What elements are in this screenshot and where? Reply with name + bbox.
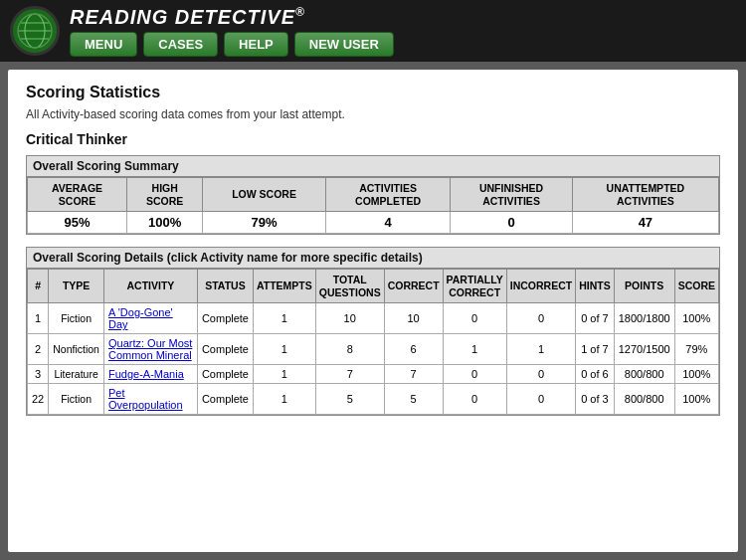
row-type: Nonfiction xyxy=(49,334,104,365)
row-hints: 0 of 6 xyxy=(576,365,615,384)
row-points: 800/800 xyxy=(614,384,674,415)
col-incorrect: INCORRECT xyxy=(506,270,575,303)
row-status: Complete xyxy=(197,303,253,334)
row-score: 79% xyxy=(674,334,718,365)
activities-completed-value: 4 xyxy=(325,212,450,234)
app-header: READING DETECTIVE® MENU CASES HELP NEW U… xyxy=(0,0,746,62)
row-activity-link[interactable]: A 'Dog-Gone' Day xyxy=(103,303,197,334)
col-score: SCORE xyxy=(674,270,718,303)
row-score: 100% xyxy=(674,365,718,384)
table-row: 2 Nonfiction Quartz: Our Most Common Min… xyxy=(28,334,719,365)
col-activities-completed: ACTIVITIESCOMPLETED xyxy=(325,178,450,212)
header-right: READING DETECTIVE® MENU CASES HELP NEW U… xyxy=(70,5,394,58)
row-partial: 0 xyxy=(443,365,506,384)
row-incorrect: 0 xyxy=(506,303,575,334)
cases-button[interactable]: CASES xyxy=(143,32,218,57)
page-subtitle: All Activity-based scoring data comes fr… xyxy=(26,107,720,121)
col-low-score: LOW SCORE xyxy=(203,178,325,212)
row-correct: 6 xyxy=(384,334,443,365)
row-activity-link[interactable]: Quartz: Our Most Common Mineral xyxy=(103,334,197,365)
row-activity-link[interactable]: Pet Overpopulation xyxy=(103,384,197,415)
row-attempts: 1 xyxy=(253,365,315,384)
row-points: 1270/1500 xyxy=(614,334,674,365)
high-score-value: 100% xyxy=(127,212,203,234)
row-total-q: 5 xyxy=(315,384,384,415)
details-table-title: Overall Scoring Details (click Activity … xyxy=(27,248,719,269)
col-correct: CORRECT xyxy=(384,270,443,303)
unfinished-value: 0 xyxy=(451,212,572,234)
row-total-q: 8 xyxy=(315,334,384,365)
row-attempts: 1 xyxy=(253,334,315,365)
app-logo xyxy=(10,6,60,56)
new-user-button[interactable]: NEW USER xyxy=(294,32,394,57)
row-partial: 0 xyxy=(443,303,506,334)
page-title: Scoring Statistics xyxy=(26,84,720,101)
details-header-row: # TYPE ACTIVITY STATUS ATTEMPTS TOTALQUE… xyxy=(28,270,719,303)
row-hints: 0 of 3 xyxy=(576,384,615,415)
row-score: 100% xyxy=(674,384,718,415)
row-partial: 1 xyxy=(443,334,506,365)
row-attempts: 1 xyxy=(253,384,315,415)
row-type: Fiction xyxy=(49,384,104,415)
row-partial: 0 xyxy=(443,384,506,415)
col-unattempted: UNATTEMPTEDACTIVITIES xyxy=(572,178,718,212)
col-num: # xyxy=(28,270,49,303)
nav-buttons: MENU CASES HELP NEW USER xyxy=(70,32,394,57)
col-partially-correct: PARTIALLYCORRECT xyxy=(443,270,506,303)
row-type: Literature xyxy=(49,365,104,384)
summary-table: AVERAGESCORE HIGHSCORE LOW SCORE ACTIVIT… xyxy=(27,177,719,234)
row-status: Complete xyxy=(197,384,253,415)
unattempted-value: 47 xyxy=(572,212,718,234)
row-type: Fiction xyxy=(49,303,104,334)
summary-table-wrapper: Overall Scoring Summary AVERAGESCORE HIG… xyxy=(26,155,720,235)
row-points: 800/800 xyxy=(614,365,674,384)
help-button[interactable]: HELP xyxy=(224,32,288,57)
col-avg-score: AVERAGESCORE xyxy=(28,178,127,212)
row-num: 22 xyxy=(28,384,49,415)
row-num: 1 xyxy=(28,303,49,334)
row-num: 2 xyxy=(28,334,49,365)
row-status: Complete xyxy=(197,365,253,384)
row-incorrect: 0 xyxy=(506,365,575,384)
col-high-score: HIGHSCORE xyxy=(127,178,203,212)
row-incorrect: 0 xyxy=(506,384,575,415)
col-hints: HINTS xyxy=(576,270,615,303)
row-total-q: 7 xyxy=(315,365,384,384)
row-total-q: 10 xyxy=(315,303,384,334)
col-unfinished: UNFINISHEDACTIVITIES xyxy=(451,178,572,212)
details-table-wrapper: Overall Scoring Details (click Activity … xyxy=(26,247,720,416)
row-correct: 7 xyxy=(384,365,443,384)
menu-button[interactable]: MENU xyxy=(70,32,137,57)
table-row: 22 Fiction Pet Overpopulation Complete 1… xyxy=(28,384,719,415)
row-status: Complete xyxy=(197,334,253,365)
row-score: 100% xyxy=(674,303,718,334)
details-table: # TYPE ACTIVITY STATUS ATTEMPTS TOTALQUE… xyxy=(27,269,719,415)
app-title: READING DETECTIVE® xyxy=(70,5,394,29)
row-activity-link[interactable]: Fudge-A-Mania xyxy=(103,365,197,384)
table-row: 1 Fiction A 'Dog-Gone' Day Complete 1 10… xyxy=(28,303,719,334)
row-attempts: 1 xyxy=(253,303,315,334)
col-activity: ACTIVITY xyxy=(103,270,197,303)
col-total-questions: TOTALQUESTIONS xyxy=(315,270,384,303)
summary-table-title: Overall Scoring Summary xyxy=(27,156,719,177)
summary-header-row: AVERAGESCORE HIGHSCORE LOW SCORE ACTIVIT… xyxy=(28,178,719,212)
low-score-value: 79% xyxy=(203,212,325,234)
table-row: 3 Literature Fudge-A-Mania Complete 1 7 … xyxy=(28,365,719,384)
row-correct: 5 xyxy=(384,384,443,415)
row-num: 3 xyxy=(28,365,49,384)
col-type: TYPE xyxy=(49,270,104,303)
student-name: Critical Thinker xyxy=(26,131,720,147)
row-points: 1800/1800 xyxy=(614,303,674,334)
main-content: Scoring Statistics All Activity-based sc… xyxy=(8,70,738,552)
avg-score-value: 95% xyxy=(28,212,127,234)
col-status: STATUS xyxy=(197,270,253,303)
col-points: POINTS xyxy=(614,270,674,303)
col-attempts: ATTEMPTS xyxy=(253,270,315,303)
summary-data-row: 95% 100% 79% 4 0 47 xyxy=(28,212,719,234)
row-incorrect: 1 xyxy=(506,334,575,365)
row-correct: 10 xyxy=(384,303,443,334)
row-hints: 0 of 7 xyxy=(576,303,615,334)
row-hints: 1 of 7 xyxy=(576,334,615,365)
